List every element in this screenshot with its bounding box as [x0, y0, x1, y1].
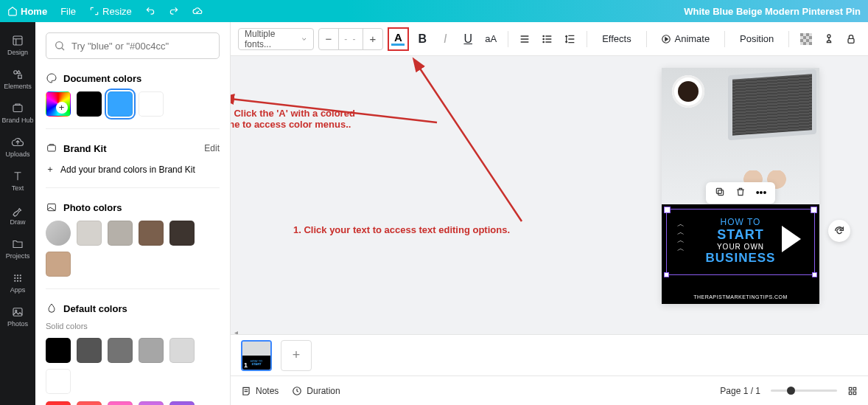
horizontal-scrollbar[interactable]: ◂: [231, 328, 868, 334]
home-button[interactable]: Home: [7, 6, 47, 17]
delete-button[interactable]: [734, 187, 747, 199]
svg-rect-30: [809, 42, 812, 45]
solid-swatch[interactable]: [139, 338, 164, 363]
font-size-value[interactable]: - -: [338, 29, 363, 49]
svg-rect-16: [48, 145, 56, 151]
page-dark-section: ︿︿︿︿ HOW TO START YOUR OWN BUSINESS THER…: [662, 204, 819, 304]
resize-menu[interactable]: Resize: [89, 6, 132, 17]
svg-point-20: [543, 41, 544, 42]
selection-box[interactable]: ︿︿︿︿ HOW TO START YOUR OWN BUSINESS: [666, 209, 815, 275]
rail-photos[interactable]: Photos: [0, 301, 35, 332]
svg-rect-28: [806, 39, 809, 42]
solid-swatch[interactable]: [139, 401, 164, 405]
color-panel: Document colors Brand Kit Edit ＋ Add you…: [35, 22, 231, 405]
photo-swatch-3[interactable]: [139, 221, 164, 246]
rail-brandhub[interactable]: Brand Hub: [0, 97, 35, 128]
spacing-button[interactable]: [561, 28, 579, 50]
document-title[interactable]: White Blue Beige Modern Pinterest Pin: [684, 6, 861, 17]
svg-point-7: [14, 277, 15, 279]
duration-button[interactable]: Duration: [292, 386, 340, 396]
add-page-button[interactable]: +: [281, 340, 312, 371]
resize-label: Resize: [102, 6, 132, 17]
redo-button[interactable]: [169, 6, 179, 16]
add-color-swatch[interactable]: [46, 91, 71, 117]
image-icon: [46, 201, 57, 213]
draw-icon: [11, 204, 24, 217]
animate-icon: [661, 34, 671, 44]
list-button[interactable]: [538, 28, 556, 50]
text-color-button[interactable]: A: [388, 27, 409, 51]
solid-swatch[interactable]: [46, 369, 71, 394]
svg-rect-40: [849, 392, 852, 395]
doc-color-black[interactable]: [77, 91, 102, 117]
palette-icon: [46, 72, 57, 84]
color-search[interactable]: [46, 32, 220, 59]
photo-thumb[interactable]: [46, 221, 71, 246]
duplicate-button[interactable]: [713, 187, 727, 199]
rail-elements[interactable]: Elements: [0, 63, 35, 94]
link-button[interactable]: [819, 28, 838, 50]
italic-button[interactable]: I: [436, 28, 455, 50]
case-button[interactable]: aA: [482, 28, 500, 50]
font-dropdown[interactable]: Multiple fonts...: [238, 28, 314, 50]
add-brand-colors[interactable]: ＋ Add your brand colors in Brand Kit: [46, 163, 220, 176]
page-thumbnails: HOW TOSTART 1 +: [231, 334, 868, 375]
photo-swatch-2[interactable]: [108, 221, 133, 246]
solid-swatch[interactable]: [46, 401, 71, 405]
grid-view-button[interactable]: [847, 386, 858, 396]
svg-rect-32: [848, 38, 854, 43]
solid-swatch[interactable]: [108, 401, 133, 405]
align-button[interactable]: [515, 28, 533, 50]
notes-button[interactable]: Notes: [241, 386, 279, 396]
undo-button[interactable]: [145, 6, 155, 16]
animate-button[interactable]: Animate: [654, 28, 717, 50]
play-triangle: [782, 226, 801, 252]
rail-draw[interactable]: Draw: [0, 199, 35, 230]
solid-swatch[interactable]: [169, 401, 195, 405]
file-menu[interactable]: File: [60, 6, 76, 17]
transparency-button[interactable]: [797, 28, 815, 50]
solid-swatch[interactable]: [46, 338, 71, 363]
brandkit-edit[interactable]: Edit: [204, 143, 220, 153]
underline-button[interactable]: U: [459, 28, 477, 50]
photo-swatch-1[interactable]: [77, 221, 102, 246]
zoom-thumb[interactable]: [787, 387, 795, 395]
photo-swatch-4[interactable]: [169, 221, 195, 246]
brandkit-icon: [46, 142, 57, 154]
svg-rect-38: [849, 387, 852, 390]
position-button[interactable]: Position: [732, 28, 781, 50]
page-thumbnail-1[interactable]: HOW TOSTART 1: [241, 340, 272, 371]
zoom-slider[interactable]: [771, 390, 837, 392]
color-search-input[interactable]: [71, 41, 211, 52]
projects-icon: [11, 238, 24, 251]
rail-design[interactable]: Design: [0, 30, 35, 60]
svg-rect-25: [803, 36, 806, 39]
font-size-increase[interactable]: +: [363, 32, 382, 45]
rail-apps[interactable]: Apps: [0, 267, 35, 298]
top-bar: Home File Resize White Blue Beige Modern…: [0, 0, 868, 22]
rail-text[interactable]: Text: [0, 165, 35, 196]
doc-color-white[interactable]: [139, 91, 164, 117]
solid-swatch[interactable]: [108, 338, 133, 363]
bold-button[interactable]: B: [413, 28, 432, 50]
effects-button[interactable]: Effects: [595, 28, 639, 50]
font-size-decrease[interactable]: −: [319, 32, 338, 45]
solid-swatch[interactable]: [77, 401, 102, 405]
doc-color-blue[interactable]: [108, 91, 133, 117]
rail-projects[interactable]: Projects: [0, 233, 35, 264]
lock-button[interactable]: [842, 28, 861, 50]
laptop-prop: [728, 69, 816, 140]
rail-uploads[interactable]: Uploads: [0, 131, 35, 162]
svg-point-31: [827, 35, 830, 38]
cloud-status[interactable]: [192, 6, 203, 16]
regenerate-button[interactable]: [828, 220, 850, 242]
design-page[interactable]: ••• ︿︿︿︿ HOW TO START YOUR OWN BUSINESS …: [662, 68, 819, 304]
more-button[interactable]: •••: [755, 187, 768, 199]
text-toolbar: Multiple fonts... − - - + A B I U aA Eff…: [231, 22, 868, 56]
svg-point-19: [543, 38, 544, 39]
photo-swatch-5[interactable]: [46, 252, 71, 277]
grid-icon: [847, 386, 858, 396]
solid-swatch[interactable]: [169, 338, 195, 363]
solid-swatch[interactable]: [77, 338, 102, 363]
text-color-a: A: [394, 32, 402, 43]
